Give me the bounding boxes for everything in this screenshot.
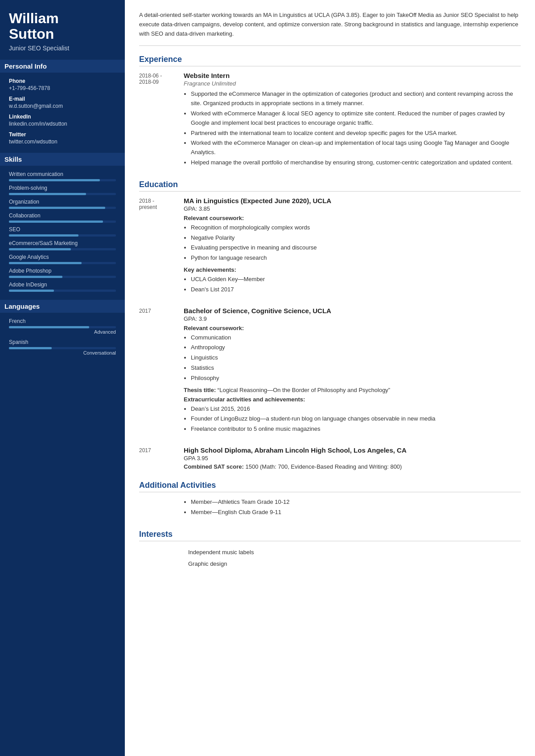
languages-list: French Advanced Spanish Conversational <box>9 318 116 356</box>
additional-list: Member—Athletics Team Grade 10-12Member—… <box>184 498 521 517</box>
skills-list: Written communication Problem-solving Or… <box>9 171 116 292</box>
main-content: A detail-oriented self-starter working t… <box>125 0 535 756</box>
skill-item: Collaboration <box>9 212 116 223</box>
experience-section-title: Experience <box>139 55 521 66</box>
skill-item: eCommerce/SaaS Marketing <box>9 240 116 250</box>
personal-info-phone: Phone +1-799-456-7878 <box>9 78 116 91</box>
personal-info-section-title: Personal Info <box>0 60 125 73</box>
experience-entry: 2018-06 - 2018-09 Website Intern Fragran… <box>139 72 521 171</box>
education-entry: 2017 Bachelor of Science, Cognitive Scie… <box>139 307 521 437</box>
personal-info-twitter: Twitter twitter.com/wdsutton <box>9 131 116 145</box>
skill-item: Organization <box>9 199 116 209</box>
sidebar: WilliamSutton Junior SEO Specialist Pers… <box>0 0 125 756</box>
skill-item: Adobe Photoshop <box>9 268 116 278</box>
education-list: 2018 - present MA in Linguistics (Expect… <box>139 197 521 472</box>
additional-section-title: Additional Activities <box>139 481 521 492</box>
language-item: French Advanced <box>9 318 116 335</box>
skill-item: Adobe InDesign <box>9 282 116 292</box>
experience-list: 2018-06 - 2018-09 Website Intern Fragran… <box>139 72 521 171</box>
skill-item: Written communication <box>9 171 116 181</box>
interests-list: Independent music labelsGraphic design <box>188 547 521 570</box>
summary: A detail-oriented self-starter working t… <box>139 11 521 46</box>
personal-info-email: E-mail w.d.sutton@gmail.com <box>9 96 116 109</box>
skill-item: Google Analytics <box>9 254 116 264</box>
candidate-name: WilliamSutton <box>9 11 116 42</box>
language-item: Spanish Conversational <box>9 339 116 356</box>
candidate-title: Junior SEO Specialist <box>9 45 116 52</box>
skills-section-title: Skills <box>0 153 125 166</box>
education-entry: 2018 - present MA in Linguistics (Expect… <box>139 197 521 298</box>
languages-section-title: Languages <box>0 300 125 313</box>
skill-item: SEO <box>9 226 116 237</box>
skill-item: Problem-solving <box>9 185 116 195</box>
personal-info-linkedin: LinkedIn linkedin.com/in/wdsutton <box>9 114 116 127</box>
additional-entry: Member—Athletics Team Grade 10-12Member—… <box>139 498 521 521</box>
interests-section-title: Interests <box>139 530 521 541</box>
education-entry: 2017 High School Diploma, Abraham Lincol… <box>139 446 521 472</box>
education-section-title: Education <box>139 180 521 192</box>
